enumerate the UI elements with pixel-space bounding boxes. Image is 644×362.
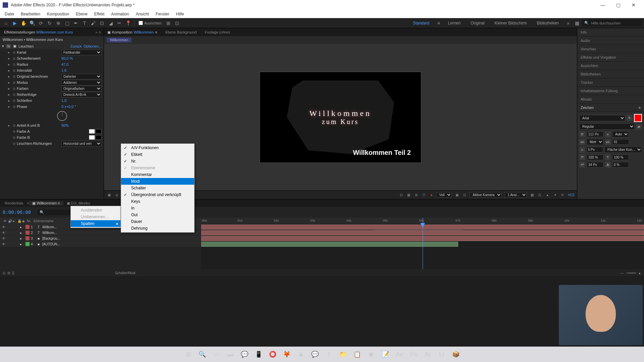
maximize-button[interactable]: ▢	[610, 0, 626, 10]
eyedropper-a[interactable]	[96, 129, 102, 134]
stopwatch-icon[interactable]: ⊙	[13, 93, 15, 97]
ctx-item[interactable]: Schalter	[121, 185, 194, 191]
ctx-item[interactable]: ✓Übergeordnet und verknüpft	[121, 191, 194, 198]
ctx-item[interactable]: Modi	[121, 178, 194, 185]
prop-value-select[interactable]: Originalfarben	[61, 86, 102, 92]
viewer-btn[interactable]: ●	[429, 193, 433, 197]
help-search[interactable]: 🔍 Hilfe durchsuchen	[582, 20, 642, 26]
menu-ebene[interactable]: Ebene	[72, 10, 91, 18]
kerning-select[interactable]: Metrik	[587, 139, 603, 145]
ctx-item[interactable]: In	[121, 205, 194, 212]
brush-tool[interactable]: 🖌	[89, 19, 97, 27]
workspace-more-icon[interactable]: »	[564, 19, 572, 27]
prop-value-select[interactable]: Dahinter	[61, 74, 102, 79]
taskbar-app[interactable]: 🦊	[281, 348, 293, 360]
ctx-item[interactable]: Kommentar	[121, 171, 194, 178]
menu-animation[interactable]: Animation	[108, 10, 132, 18]
eyedropper-icon[interactable]: ✎	[627, 115, 633, 121]
twirl-icon[interactable]: ▸	[8, 74, 11, 79]
taskbar-app[interactable]: ♟	[295, 348, 307, 360]
prop-richtungen-val[interactable]: Horizontal und vert	[61, 141, 102, 146]
stopwatch-icon[interactable]: ⊙	[13, 105, 15, 109]
zoom-slider[interactable]: ○━━━━	[626, 271, 636, 275]
selection-tool[interactable]: ▶	[11, 19, 19, 27]
snapping-toggle[interactable]: Ausrichten	[137, 21, 164, 25]
prop-value-select[interactable]: Dreieck A>B>A	[61, 92, 102, 98]
twirl-icon[interactable]: ▸	[8, 99, 11, 103]
zoom-out-icon[interactable]: —	[621, 271, 624, 275]
workspace-lernen[interactable]: Lernen	[443, 21, 465, 25]
panel-effekte[interactable]: Effekte und Vorgaben	[577, 53, 644, 62]
comp-tab-footage[interactable]: Footage (ohne)	[203, 30, 232, 34]
taskbar-app[interactable]: f	[323, 348, 335, 360]
label-swatch[interactable]	[25, 225, 30, 229]
status-text[interactable]: Schalter/Modi	[115, 271, 136, 275]
stopwatch-icon[interactable]: ⊙	[13, 142, 15, 145]
viewer-btn[interactable]: ⟳	[560, 193, 565, 197]
breadcrumb-item[interactable]: Willkommen	[107, 38, 131, 43]
ctx-item[interactable]: Dehnung	[121, 225, 194, 232]
home-tool[interactable]: ⌂	[2, 19, 10, 27]
font-size-input[interactable]	[587, 131, 603, 137]
tab-menu-icon[interactable]: ≡	[58, 201, 60, 205]
comp-tab-willkommen[interactable]: ▣ Komposition Willkommen ≡	[105, 30, 159, 35]
status-btn[interactable]: {}	[12, 271, 14, 275]
taskbar-app[interactable]: ⏺	[365, 348, 377, 360]
eye-toggle[interactable]: 👁	[1, 225, 6, 229]
eye-toggle[interactable]: 👁	[1, 237, 6, 240]
fx-enable-icon[interactable]: ▣	[13, 44, 16, 48]
panel-absatz[interactable]: Absatz	[577, 95, 644, 104]
menu-bearbeiten[interactable]: Bearbeiten	[17, 10, 44, 18]
viewer-btn[interactable]: ▦	[530, 193, 535, 197]
viewer-btn[interactable]: ▲	[545, 193, 550, 197]
taskbar-app[interactable]: Ps	[408, 348, 420, 360]
stopwatch-icon[interactable]: ⊙	[13, 99, 15, 103]
taskbar-app[interactable]: 📁	[337, 348, 349, 360]
hscale-input[interactable]	[612, 155, 629, 160]
fx-badge[interactable]: fx	[6, 44, 11, 48]
stopwatch-icon[interactable]: ⊙	[13, 130, 15, 133]
stopwatch-icon[interactable]: ⊙	[13, 51, 15, 54]
viewer-btn[interactable]: ⊡	[399, 193, 404, 197]
twirl-icon[interactable]: ▸	[8, 93, 11, 97]
tracking-input[interactable]	[612, 139, 629, 145]
stopwatch-icon[interactable]: ⊙	[13, 57, 15, 60]
effect-controls-tab[interactable]: Effekteinstellungen Willkommen zum Kurs	[1, 30, 75, 34]
workspace-menu-icon[interactable]: ≡	[435, 19, 443, 27]
layer-row[interactable]: 👁▸3■[Backgrou...	[0, 236, 201, 241]
fx-back-link[interactable]: Zurück	[70, 44, 82, 48]
eraser-tool[interactable]: ◢	[107, 19, 115, 27]
zoom-in-icon[interactable]: ▲	[638, 271, 641, 275]
snap-opt2-icon[interactable]: ⊡	[173, 19, 181, 27]
puppet-tool[interactable]: 📍	[124, 19, 132, 27]
baseline-input[interactable]	[587, 162, 603, 168]
viewer-btn[interactable]: ◎	[114, 193, 119, 197]
playhead[interactable]	[423, 218, 423, 269]
prop-value-select[interactable]: Addieren	[61, 80, 102, 85]
pen-tool[interactable]: ✒	[72, 19, 80, 27]
prop-value[interactable]: 60,0 %	[61, 56, 102, 60]
status-btn[interactable]: ⊞	[7, 271, 10, 275]
comp-tab-background[interactable]: Ebene Background	[163, 30, 199, 34]
menu-datei[interactable]: Datei	[1, 10, 17, 18]
fx-twirl-icon[interactable]: ▾	[2, 44, 4, 48]
exposure[interactable]: +0,0	[568, 193, 574, 197]
ctx-item[interactable]: Dauer	[121, 218, 194, 225]
workspace-klein[interactable]: Kleiner Bildschirm	[490, 21, 532, 25]
prop-value[interactable]: 0 x+0,0 °	[61, 105, 102, 109]
twirl-icon[interactable]: ▸	[20, 242, 24, 246]
views-select[interactable]: 1 Ansi...	[504, 192, 527, 198]
tsume-input[interactable]	[612, 162, 629, 168]
snap-opt-icon[interactable]: ⊞	[164, 19, 172, 27]
prop-anteil-val[interactable]: 50%	[61, 123, 102, 127]
workspace-bibliotheken[interactable]: Bibliotheken	[532, 21, 564, 25]
tl-tab-mexiko[interactable]: ▣ DJI_Mexiko	[63, 201, 94, 205]
viewer-btn[interactable]: ✦	[553, 193, 557, 197]
close-button[interactable]: ✕	[626, 0, 641, 10]
hand-tool[interactable]: ✋	[19, 19, 28, 27]
eye-toggle[interactable]: 👁	[1, 242, 6, 246]
eyedropper-b[interactable]	[96, 135, 102, 140]
taskbar-app[interactable]: ⭕	[267, 348, 279, 360]
status-btn[interactable]: ⊡	[3, 271, 5, 275]
panel-zeichen[interactable]: Zeichen ≡	[577, 104, 644, 112]
